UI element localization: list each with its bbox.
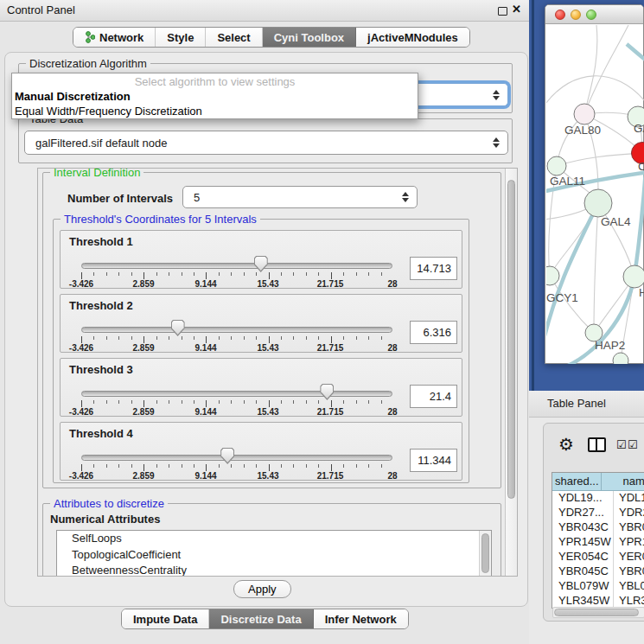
checkbox-icon[interactable]: ☑ (616, 438, 627, 451)
cell-name[interactable]: YDL1 (614, 491, 644, 506)
list-scrollbar[interactable] (479, 531, 491, 576)
table-row[interactable]: YBR045CYBR0 (552, 564, 644, 579)
close-icon[interactable]: ✕ (512, 3, 521, 16)
cell-name[interactable]: YBR0 (614, 564, 644, 579)
threshold-value-field[interactable]: 6.316 (410, 321, 457, 344)
slider-thumb[interactable] (220, 448, 234, 464)
settings-vertical-scrollbar[interactable] (505, 169, 517, 576)
tab-jactivemnodules[interactable]: jActiveMNodules (356, 28, 469, 47)
combo-arrows-icon (493, 137, 500, 149)
zoom-traffic-light-icon[interactable] (586, 10, 596, 20)
network-window-titlebar[interactable] (545, 5, 643, 24)
num-intervals-combobox[interactable]: 5 (182, 186, 418, 208)
gear-icon[interactable]: ⚙ (558, 434, 574, 455)
attribute-list-item[interactable]: SelfLoops (57, 531, 491, 547)
attribute-list-item[interactable]: TopologicalCoefficient (57, 547, 491, 564)
cell-name[interactable]: YER0 (614, 550, 644, 564)
cell-shared-name[interactable]: YBR043C (552, 520, 614, 535)
tab-cyni-toolbox[interactable]: Cyni Toolbox (263, 28, 356, 47)
network-node[interactable] (613, 353, 628, 364)
node-attribute-table[interactable]: shared... name YDL19...YDL1YDR27...YDR2Y… (552, 472, 644, 609)
slider-thumb[interactable] (254, 256, 268, 272)
float-icon[interactable] (498, 7, 507, 16)
column-layout-icon[interactable] (588, 437, 606, 452)
tab-style[interactable]: Style (156, 28, 206, 47)
tab-label: Select (217, 31, 250, 44)
slider-track[interactable] (81, 263, 392, 269)
threshold-panel: Threshold 1 -3.4262.8599.14415.4321.7152… (60, 230, 462, 289)
settings-scrollbar-thumb[interactable] (507, 180, 515, 499)
tick-label: 28 (387, 407, 397, 417)
tick-label: -3.426 (69, 407, 93, 417)
network-node[interactable] (584, 189, 612, 217)
cell-name[interactable]: YBR0 (614, 520, 644, 535)
slider-track[interactable] (81, 391, 392, 397)
close-traffic-light-icon[interactable] (555, 10, 565, 20)
table-row[interactable]: YDL19...YDL1 (552, 491, 644, 506)
slider-thumb[interactable] (171, 320, 185, 336)
algorithm-popup-prompt[interactable]: Select algorithm to view settings (12, 73, 418, 89)
threshold-value-field[interactable]: 21.4 (410, 385, 457, 408)
cell-shared-name[interactable]: YBR045C (552, 564, 614, 579)
table-data-combobox[interactable]: galFiltered.sif default node (24, 131, 508, 155)
slider-track[interactable] (81, 455, 392, 461)
slider-track[interactable] (81, 327, 392, 333)
tab-infer-network[interactable]: Infer Network (314, 609, 408, 628)
tick-label: 2.859 (132, 471, 154, 481)
table-data-selected: galFiltered.sif default node (35, 137, 167, 150)
network-node[interactable] (546, 266, 559, 285)
cell-name[interactable]: YPR1 (614, 535, 644, 550)
table-header-row[interactable]: shared... name (552, 473, 644, 491)
tab-discretize-data[interactable]: Discretize Data (209, 609, 313, 628)
list-scrollbar-thumb[interactable] (481, 533, 489, 573)
threshold-coords-group: Threshold's Coordinates for 5 Intervals … (53, 219, 469, 483)
numerical-attributes-list[interactable]: SelfLoopsTopologicalCoefficientBetweenne… (56, 530, 492, 577)
cell-shared-name[interactable]: YBL079W (552, 579, 614, 594)
slider-major-ticks (81, 400, 393, 407)
table-row[interactable]: YBR043CYBR0 (552, 520, 644, 535)
cell-shared-name[interactable]: YDL19... (552, 491, 614, 506)
attributes-group-label: Attributes to discretize (50, 497, 168, 510)
tab-network[interactable]: Network (73, 28, 156, 47)
tick-label: 9.144 (194, 471, 216, 481)
cell-name[interactable]: YBL0 (614, 579, 644, 594)
network-node[interactable] (574, 104, 595, 124)
tab-select[interactable]: Select (206, 28, 262, 47)
cell-shared-name[interactable]: YPR145W (552, 535, 614, 550)
threshold-value-field[interactable]: 14.713 (410, 257, 457, 280)
slider-major-ticks (81, 336, 393, 343)
checkbox-icon[interactable]: ☑ (628, 438, 638, 451)
table-panel-title: Table Panel (547, 397, 606, 410)
application-window: Control Panel ✕ NetworkStyleSelectCyni T… (0, 0, 644, 644)
table-row[interactable]: YER054CYER0 (552, 550, 644, 564)
network-node[interactable] (623, 265, 644, 288)
num-intervals-label: Number of Intervals (67, 192, 173, 205)
algorithm-option[interactable]: Manual Discretization (12, 89, 418, 104)
slider-thumb[interactable] (320, 384, 334, 400)
table-row[interactable]: YPR145WYPR1 (552, 535, 644, 550)
apply-button[interactable]: Apply (233, 580, 291, 598)
attribute-list-item[interactable]: BetweennessCentrality (57, 563, 491, 577)
table-row[interactable]: YBL079WYBL0 (552, 579, 644, 594)
tick-label: 9.144 (194, 407, 216, 417)
network-canvas[interactable]: GAL80GACGAL11GAL4GCY1HHAP2 (546, 25, 644, 364)
table-hscrollbar-thumb[interactable] (554, 609, 639, 616)
table-row[interactable]: YDR27...YDR2 (552, 506, 644, 520)
attributes-group: Attributes to discretize Numerical Attri… (42, 503, 501, 577)
cell-name[interactable]: YDR2 (614, 506, 644, 520)
threshold-label: Threshold 4 (69, 427, 133, 440)
table-horizontal-scrollbar[interactable] (552, 607, 644, 618)
tick-label: 21.715 (317, 407, 344, 417)
column-header-name[interactable]: name (602, 473, 644, 490)
cell-shared-name[interactable]: YDR27... (552, 506, 614, 520)
threshold-value-field[interactable]: 11.344 (410, 449, 457, 472)
column-header-shared-name[interactable]: shared... (552, 473, 602, 490)
network-node[interactable] (547, 156, 566, 175)
tab-impute-data[interactable]: Impute Data (122, 609, 209, 628)
cell-shared-name[interactable]: YER054C (552, 550, 614, 564)
minimize-traffic-light-icon[interactable] (571, 10, 581, 20)
cyni-toolbox-panel: Discretization Algorithm Table Data galF… (4, 52, 528, 607)
algorithm-option[interactable]: Equal Width/Frequency Discretization (12, 104, 418, 118)
panel-title: Control Panel (7, 3, 75, 16)
threshold-panel: Threshold 2 -3.4262.8599.14415.4321.7152… (60, 294, 462, 353)
